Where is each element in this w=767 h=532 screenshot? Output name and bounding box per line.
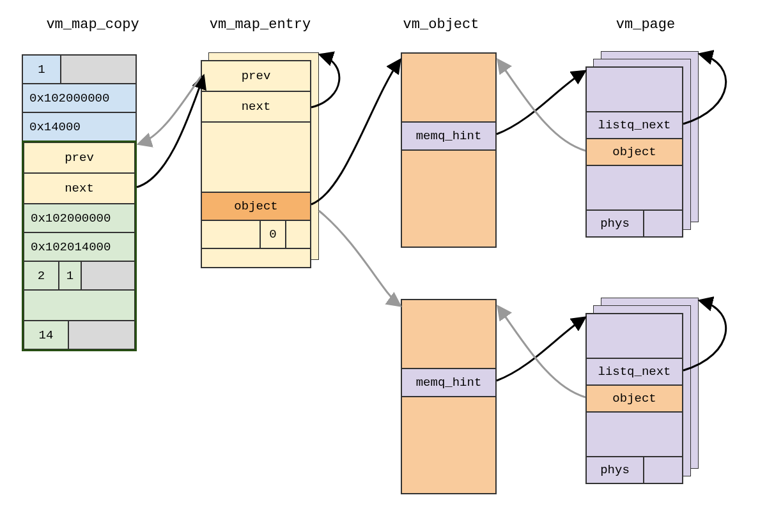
vm-map-copy-counter3: 14 [24,321,68,349]
vm-object-1-memq: memq_hint [401,122,496,150]
vm-map-copy-header: 1 0x102000000 0x14000 [22,54,137,142]
vm-map-entry-next: next [201,91,311,122]
vm-page-2: listq_next object phys [585,313,683,484]
vm-map-copy-counter2: 1 [59,261,81,290]
vm-object-2-top [401,300,496,369]
vm-page-1-object: object [586,139,683,165]
vm-map-entry-pad1 [201,220,260,248]
vm-page-1-mid [586,165,683,210]
vm-page-2-mid [586,412,683,457]
vm-page-2-phys: phys [586,457,644,483]
vm-object-2-bottom [401,397,496,494]
vm-page-1-top [586,67,683,112]
vm-map-entry: prev next object 0 [201,60,311,268]
vm-map-copy-next: next [24,173,135,204]
vm-map-entry-body [201,122,311,192]
vm-page-2-object: object [586,385,683,412]
vm-map-copy-spacer [24,290,135,321]
vm-map-entry-prev: prev [201,61,311,91]
vm-map-copy-prev: prev [24,142,135,173]
vm-object-2: memq_hint [401,299,497,494]
vm-map-copy-counter1: 2 [24,261,59,290]
vm-page-1-phys: phys [586,210,644,237]
vm-map-entry-tail [201,248,311,268]
vm-page-2-phys-pad [644,457,683,483]
heading-vm-page: vm_page [607,17,684,33]
vm-page-2-listq: listq_next [586,358,683,385]
vm-object-1-top [401,53,496,122]
vm-map-copy-body: prev next 0x102000000 0x102014000 2 1 14 [22,141,137,351]
vm-map-copy-header-pad [61,55,136,84]
vm-page-1: listq_next object phys [585,66,683,238]
vm-map-copy-counter-pad [81,261,135,290]
vm-map-entry-pad2 [286,220,311,248]
vm-map-copy-addr4: 0x102014000 [24,232,135,261]
vm-map-copy-addr2: 0x14000 [22,112,136,141]
vm-page-1-listq: listq_next [586,112,683,139]
vm-map-copy-header-val: 1 [22,55,61,84]
vm-map-entry-object: object [201,192,311,220]
vm-page-1-phys-pad [644,210,683,237]
heading-vm-object: vm_object [393,17,489,33]
vm-map-copy-counter3-pad [68,321,135,349]
vm-map-copy-addr1: 0x102000000 [22,84,136,112]
vm-object-1: memq_hint [401,52,497,248]
vm-map-copy-addr3: 0x102000000 [24,204,135,232]
heading-vm-map-entry: vm_map_entry [199,17,321,33]
vm-page-2-top [586,314,683,358]
vm-object-1-bottom [401,150,496,247]
vm-object-2-memq: memq_hint [401,369,496,397]
vm-map-entry-bottom-val: 0 [260,220,286,248]
heading-vm-map-copy: vm_map_copy [38,17,147,33]
